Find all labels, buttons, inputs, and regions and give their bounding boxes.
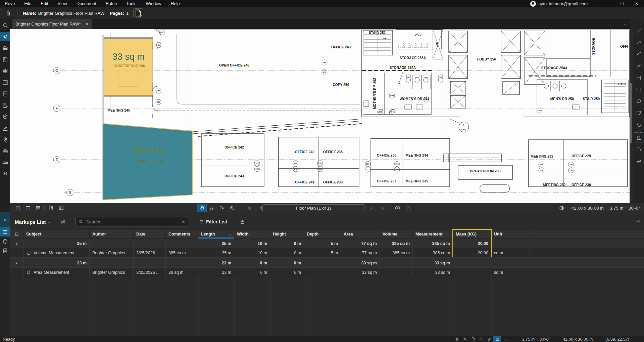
snap-document-icon[interactable]: 5 bbox=[469, 336, 477, 342]
tool-chest-icon[interactable] bbox=[0, 146, 10, 156]
snap-grid-icon[interactable]: 5 bbox=[461, 336, 469, 342]
pane-split-vertical-icon[interactable] bbox=[23, 204, 33, 212]
column-header-unit[interactable]: Unit bbox=[491, 230, 530, 239]
menu-help[interactable]: Help bbox=[166, 0, 185, 7]
last-page-icon[interactable] bbox=[377, 204, 387, 212]
previous-view-icon[interactable] bbox=[393, 204, 403, 212]
collapse-panel-icon[interactable] bbox=[636, 219, 641, 225]
expand-panel-button[interactable] bbox=[0, 212, 10, 227]
pane-single-icon[interactable] bbox=[13, 204, 23, 212]
bookmarks-icon[interactable] bbox=[0, 55, 10, 64]
filter-list-button[interactable]: Filter List bbox=[199, 219, 227, 224]
status-scale[interactable]: 3.75 in = 30'-0" bbox=[522, 337, 550, 342]
fit-width-icon[interactable] bbox=[56, 204, 66, 212]
collapse-all-icon[interactable] bbox=[10, 230, 23, 239]
file-cabinet-icon[interactable] bbox=[0, 89, 10, 98]
insert-page-button[interactable] bbox=[133, 8, 143, 18]
tool-measure-volume-icon[interactable] bbox=[634, 132, 644, 142]
tool-measure-count-icon[interactable] bbox=[634, 157, 644, 166]
table-row[interactable]: ∨35 m35 m10 m8 m5 m77 sq m385 cu m385 cu… bbox=[10, 239, 644, 248]
export-share-icon[interactable] bbox=[239, 218, 247, 226]
properties-gear-icon[interactable] bbox=[0, 32, 10, 41]
zoom-plus-icon[interactable] bbox=[227, 204, 237, 212]
next-view-icon[interactable] bbox=[404, 204, 414, 212]
minimize-icon[interactable]: — bbox=[600, 0, 614, 7]
panel-title-chevron-icon[interactable]: ⌄ bbox=[48, 220, 51, 224]
layers-stack-icon[interactable] bbox=[0, 169, 10, 178]
studio-box-icon[interactable] bbox=[0, 112, 10, 121]
tool-polygon-icon[interactable] bbox=[634, 108, 644, 118]
account-button[interactable]: R ayaz.taimoor@gmail.com bbox=[530, 1, 588, 7]
tool-arc-icon[interactable] bbox=[634, 49, 644, 59]
grid-icon[interactable] bbox=[453, 336, 461, 342]
tool-rectangle-icon[interactable] bbox=[634, 85, 644, 94]
tool-measure-area-icon[interactable] bbox=[634, 120, 644, 130]
close-icon[interactable]: ✕ bbox=[629, 0, 644, 7]
next-page-icon[interactable] bbox=[366, 204, 376, 212]
select-arrow-icon[interactable] bbox=[207, 204, 217, 212]
page-indicator[interactable]: Floor Plan (1 of 1) bbox=[262, 204, 364, 212]
scrollbar-thumb[interactable] bbox=[630, 83, 632, 143]
menu-tools[interactable]: Tools bbox=[121, 0, 141, 7]
markup-summary-icon[interactable] bbox=[0, 100, 10, 110]
sync-views-icon[interactable] bbox=[493, 336, 501, 342]
tab-list-chevron-icon[interactable]: ⌄ bbox=[623, 22, 627, 27]
model-3d-icon[interactable] bbox=[0, 237, 10, 246]
menu-file[interactable]: File bbox=[19, 0, 36, 7]
tool-polyline-icon[interactable] bbox=[634, 61, 644, 71]
hide-markups-icon[interactable] bbox=[59, 218, 67, 226]
column-header-depth[interactable]: Depth bbox=[304, 230, 341, 239]
tool-line-icon[interactable] bbox=[634, 26, 644, 35]
table-row[interactable]: ∨23 m23 m6 m6 m33 sq m33 sq m bbox=[10, 258, 644, 268]
column-header-volume[interactable]: Volume bbox=[380, 230, 413, 239]
tab-close-icon[interactable]: ✕ bbox=[85, 22, 89, 27]
menu-document[interactable]: Document bbox=[72, 0, 101, 7]
toolbar-drag-handle[interactable]: ······ bbox=[635, 20, 643, 24]
tool-measure-length-icon[interactable] bbox=[634, 145, 644, 154]
menu-edit[interactable]: Edit bbox=[36, 0, 53, 7]
column-header-comments[interactable]: Comments bbox=[166, 230, 198, 239]
spaces-plan-icon[interactable] bbox=[0, 78, 10, 87]
hand-icon[interactable] bbox=[197, 204, 207, 212]
document-canvas[interactable]: GFED 246A246B245247249250242243240241238… bbox=[10, 29, 630, 203]
menu-batch[interactable]: Batch bbox=[101, 0, 121, 7]
thumbnails-grid-icon[interactable] bbox=[0, 66, 10, 76]
fit-page-icon[interactable] bbox=[46, 204, 56, 212]
column-header-mass[interactable]: Mass (KG) bbox=[453, 230, 491, 239]
document-tab[interactable]: Brighter Graphics Floor Plan RAW* ✕ bbox=[12, 19, 92, 29]
snap-markup-icon[interactable]: 5 bbox=[477, 336, 485, 342]
column-header-measurement[interactable]: Measurement bbox=[413, 230, 453, 239]
table-row[interactable]: Volume MeasurementBrighter Graphics3/25/… bbox=[10, 248, 644, 258]
column-header-width[interactable]: Width bbox=[234, 230, 270, 239]
snap-content-icon[interactable] bbox=[485, 336, 493, 342]
clear-search-icon[interactable]: ✕ bbox=[182, 219, 185, 224]
markups-list-icon[interactable] bbox=[0, 227, 10, 237]
measurements-ruler-icon[interactable] bbox=[0, 158, 10, 167]
contrast-icon[interactable] bbox=[558, 204, 565, 212]
places-pin-icon[interactable] bbox=[0, 135, 10, 144]
chevron-down-icon[interactable] bbox=[501, 336, 509, 342]
menu-window[interactable]: Window bbox=[141, 0, 166, 7]
search-input[interactable] bbox=[86, 219, 179, 225]
column-header-height[interactable]: Height bbox=[270, 230, 304, 239]
document-menu-button[interactable]: ⌄ bbox=[3, 9, 17, 18]
column-header-subject[interactable]: Subject bbox=[23, 230, 90, 239]
column-header-date[interactable]: Date bbox=[134, 230, 166, 239]
column-header-area[interactable]: Area bbox=[341, 230, 380, 239]
tool-dimension-icon[interactable] bbox=[634, 73, 644, 82]
javascript-icon[interactable]: JS bbox=[0, 246, 10, 255]
search-icon[interactable] bbox=[0, 20, 10, 30]
panel-title[interactable]: Markups List bbox=[15, 219, 46, 225]
tool-arrow-icon[interactable] bbox=[634, 38, 644, 47]
signature-icon[interactable] bbox=[0, 123, 10, 133]
vertical-scrollbar[interactable] bbox=[630, 29, 633, 203]
pane-split-horizontal-icon[interactable] bbox=[33, 204, 43, 212]
column-header-author[interactable]: Author bbox=[90, 230, 134, 239]
text-select-icon[interactable]: A bbox=[217, 204, 227, 212]
file-stack-icon[interactable] bbox=[0, 43, 10, 53]
menu-view[interactable]: View bbox=[53, 0, 72, 7]
restore-icon[interactable]: ❐ bbox=[614, 0, 629, 7]
menu-revu[interactable]: Revu bbox=[0, 0, 19, 7]
first-page-icon[interactable] bbox=[244, 204, 254, 212]
tool-ellipse-icon[interactable] bbox=[634, 96, 644, 106]
